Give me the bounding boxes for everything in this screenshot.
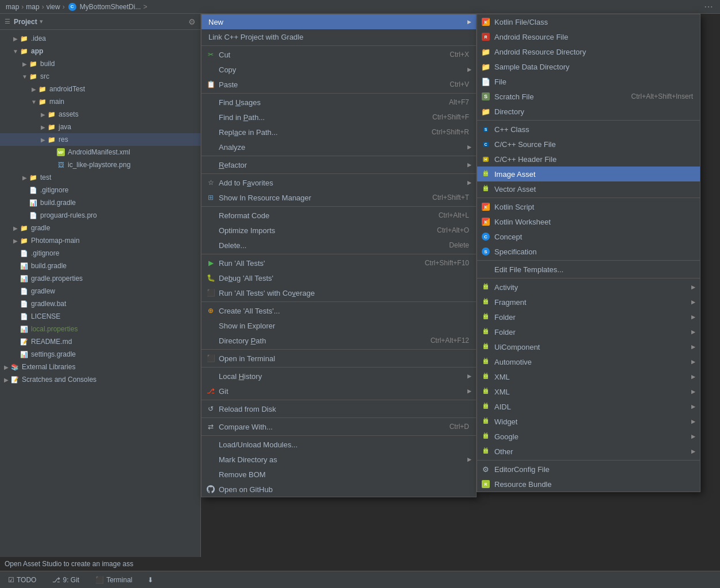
submenu-item-service[interactable]: Folder ▶	[477, 324, 700, 339]
menu-item-local-history[interactable]: Local History ▶	[202, 369, 476, 384]
menu-item-create-tests[interactable]: ⊕ Create 'All Tests'...	[202, 303, 476, 318]
menu-item-refactor[interactable]: Refactor ▶	[202, 157, 476, 172]
menu-item-reload[interactable]: ↺ Reload from Disk	[202, 401, 476, 416]
submenu-item-aidl[interactable]: AIDL ▶	[477, 399, 700, 414]
tree-item-gitignore2[interactable]: ▶ 📄 .gitignore	[0, 247, 200, 260]
submenu-item-fragment[interactable]: Fragment ▶	[477, 295, 700, 310]
tree-item-settings[interactable]: ▶ 📊 settings.gradle	[0, 348, 200, 361]
menu-item-copy[interactable]: Copy ▶	[202, 62, 476, 77]
submenu-item-xml[interactable]: XML ▶	[477, 369, 700, 384]
menu-item-add-favorites[interactable]: ☆ Add to Favorites ▶	[202, 175, 476, 190]
menu-item-find-usages[interactable]: Find Usages Alt+F7	[202, 95, 476, 110]
menu-item-replace-path[interactable]: Replace in Path... Ctrl+Shift+R	[202, 125, 476, 140]
tree-item-readme[interactable]: ▶ 📝 README.md	[0, 335, 200, 348]
tree-item-extlibs[interactable]: ▶ 📚 External Libraries	[0, 361, 200, 373]
submenu-item-android-res-dir[interactable]: 📁 Android Resource Directory	[477, 44, 700, 59]
tree-item-src[interactable]: ▼ 📁 src	[0, 70, 200, 83]
menu-item-new[interactable]: New ▶	[202, 14, 476, 29]
submenu-item-cpp-header[interactable]: H C/C++ Header File	[477, 152, 700, 167]
folder-icon: 📁	[47, 122, 56, 131]
tree-item-photomap[interactable]: ▶ 📁 Photomap-main	[0, 234, 200, 247]
menu-item-github[interactable]: Open on GitHub	[202, 482, 476, 497]
menu-item-cut[interactable]: ✂ Cut Ctrl+X	[202, 47, 476, 62]
submenu-item-android-resource[interactable]: R Android Resource File	[477, 29, 700, 44]
submenu-item-cpp-source[interactable]: C C/C++ Source File	[477, 137, 700, 152]
submenu-item-google[interactable]: Google ▶	[477, 429, 700, 444]
menu-item-run-tests[interactable]: ▶ Run 'All Tests' Ctrl+Shift+F10	[202, 256, 476, 270]
tree-item-scratches[interactable]: ▶ 📝 Scratches and Consoles	[0, 373, 200, 386]
menu-item-show-resource[interactable]: ⊞ Show In Resource Manager Ctrl+Shift+T	[202, 190, 476, 205]
terminal-button[interactable]: ⬛ Terminal	[92, 575, 136, 585]
tree-item-java[interactable]: ▶ 📁 java	[0, 121, 200, 133]
tree-item-license[interactable]: ▶ 📄 LICENSE	[0, 310, 200, 323]
menu-item-optimize[interactable]: Optimize Imports Ctrl+Alt+O	[202, 223, 476, 238]
submenu-item-automotive[interactable]: Automotive ▶	[477, 354, 700, 369]
submenu-item-kotlin-script[interactable]: K Kotlin Script	[477, 199, 700, 214]
menu-item-dir-path[interactable]: Directory Path Ctrl+Alt+F12	[202, 333, 476, 348]
menu-item-delete[interactable]: Delete... Delete	[202, 238, 476, 253]
submenu-item-kotlin-worksheet[interactable]: K Kotlin Worksheet	[477, 214, 700, 229]
svg-point-63	[486, 376, 487, 377]
tree-item-proguard[interactable]: ▶ 📄 proguard-rules.pro	[0, 209, 200, 222]
menu-item-mark-dir[interactable]: Mark Directory as ▶	[202, 452, 476, 467]
tree-item-androidmanifest[interactable]: ▶ MF AndroidManifest.xml	[0, 146, 200, 158]
menu-item-find-path[interactable]: Find in Path... Ctrl+Shift+F	[202, 110, 476, 125]
tree-item-app[interactable]: ▼ 📁 app	[0, 45, 200, 57]
submenu-item-kotlin-file[interactable]: K Kotlin File/Class	[477, 14, 700, 29]
menu-item-show-explorer[interactable]: Show in Explorer	[202, 318, 476, 333]
submenu-item-resource-bundle[interactable]: R Resource Bundle	[477, 477, 700, 492]
submenu-item-scratch[interactable]: S Scratch File Ctrl+Alt+Shift+Insert	[477, 89, 700, 104]
menu-item-link-cpp[interactable]: Link C++ Project with Gradle	[202, 29, 476, 44]
tree-item-main[interactable]: ▼ 📁 main	[0, 95, 200, 108]
menu-item-analyze[interactable]: Analyze ▶	[202, 140, 476, 154]
submenu-item-cpp-class[interactable]: S C++ Class	[477, 122, 700, 137]
tree-item-androidtest[interactable]: ▶ 📁 androidTest	[0, 83, 200, 95]
menu-item-paste[interactable]: 📋 Paste Ctrl+V	[202, 77, 476, 92]
menu-item-open-terminal[interactable]: ⬛ Open in Terminal	[202, 351, 476, 366]
menu-item-debug-tests[interactable]: 🐛 Debug 'All Tests'	[202, 270, 476, 285]
menu-item-run-coverage[interactable]: ⬛ Run 'All Tests' with Coverage	[202, 285, 476, 300]
git-button[interactable]: ⎇ 9: Git	[49, 575, 83, 585]
submenu-item-widget[interactable]: Widget ▶	[477, 414, 700, 429]
tree-item-localprops[interactable]: ▶ 📊 local.properties	[0, 323, 200, 335]
tree-item-buildgradle2[interactable]: ▶ 📊 build.gradle	[0, 260, 200, 272]
tree-item-buildgradle1[interactable]: ▶ 📊 build.gradle	[0, 196, 200, 209]
menu-item-load-modules[interactable]: Load/Unload Modules...	[202, 437, 476, 452]
tree-item-gradle[interactable]: ▶ 📁 gradle	[0, 222, 200, 234]
svg-point-81	[486, 420, 487, 421]
tree-item-gradlew[interactable]: ▶ 📄 gradlew	[0, 285, 200, 297]
submenu-item-concept[interactable]: C Concept	[477, 229, 700, 244]
menu-item-git[interactable]: ⎇ Git ▶	[202, 384, 476, 399]
submenu-item-uicomponent[interactable]: UiComponent ▶	[477, 339, 700, 354]
hide-button[interactable]: ⬇	[148, 576, 153, 584]
submenu-item-other[interactable]: Other ▶	[477, 444, 700, 459]
tree-item-gradlewbat[interactable]: ▶ 📄 gradlew.bat	[0, 297, 200, 310]
submenu-item-editorconfig[interactable]: ⚙ EditorConfig File	[477, 462, 700, 477]
tree-item-ic-like[interactable]: ▶ 🖼 ic_like-playstore.png	[0, 158, 200, 171]
submenu-item-directory[interactable]: 📁 Directory	[477, 104, 700, 119]
submenu-item-specification[interactable]: S Specification	[477, 244, 700, 259]
submenu-item-wear[interactable]: XML ▶	[477, 384, 700, 399]
tree-item-res[interactable]: ▶ 📁 res	[0, 133, 200, 146]
tree-item-gitignore1[interactable]: ▶ 📄 .gitignore	[0, 184, 200, 196]
tree-item-test[interactable]: ▶ 📁 test	[0, 171, 200, 184]
submenu-item-edit-templates[interactable]: Edit File Templates...	[477, 262, 700, 277]
submenu-item-vector-asset[interactable]: Vector Asset	[477, 181, 700, 196]
submenu-item-file[interactable]: 📄 File	[477, 74, 700, 89]
tree-item-gradleprops[interactable]: ▶ 📊 gradle.properties	[0, 272, 200, 285]
svg-rect-13	[483, 187, 488, 191]
menu-item-reformat[interactable]: Reformat Code Ctrl+Alt+L	[202, 208, 476, 223]
tree-item-assets[interactable]: ▶ 📁 assets	[0, 108, 200, 121]
submenu-item-sample-data[interactable]: 📁 Sample Data Directory	[477, 59, 700, 74]
menu-item-compare[interactable]: ⇄ Compare With... Ctrl+D	[202, 419, 476, 434]
scratch-icon: S	[481, 91, 491, 102]
submenu-item-image-asset[interactable]: Image Asset	[477, 167, 700, 181]
submenu-item-folder[interactable]: Folder ▶	[477, 310, 700, 324]
svg-point-50	[484, 346, 485, 347]
submenu-item-activity[interactable]: Activity ▶	[477, 280, 700, 295]
menu-item-remove-bom[interactable]: Remove BOM	[202, 467, 476, 482]
svg-point-86	[484, 435, 485, 436]
tree-item-build[interactable]: ▶ 📁 build	[0, 57, 200, 70]
todo-button[interactable]: ☑ TODO	[5, 575, 40, 585]
tree-item-idea[interactable]: ▶ 📁 .idea	[0, 32, 200, 45]
